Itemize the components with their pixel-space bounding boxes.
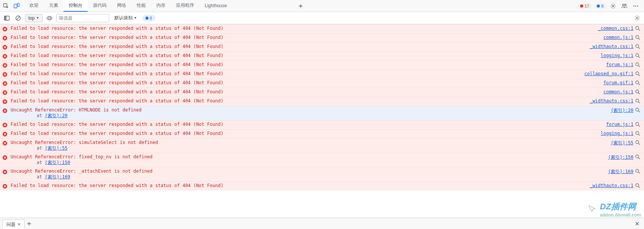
svg-point-25: [636, 72, 639, 75]
reveal-icon[interactable]: [635, 80, 642, 85]
log-level-selector[interactable]: 默认级别 ▼: [111, 14, 140, 22]
source-cell: _widthauto.css:1: [590, 44, 635, 49]
console-row: Failed to load resource: the server resp…: [0, 51, 644, 60]
console-row: Uncaught ReferenceError: HTMLNODE is not…: [0, 106, 644, 120]
sidebar-toggle-icon[interactable]: [2, 14, 11, 23]
source-cell: _widthauto.css:1: [590, 98, 635, 104]
console-output: Failed to load resource: the server resp…: [0, 24, 644, 218]
console-row: Failed to load resource: the server resp…: [0, 97, 644, 106]
source-link[interactable]: common.js:1: [604, 35, 633, 40]
stack-link[interactable]: (索引):150: [45, 160, 70, 165]
tab-3[interactable]: 源代码: [88, 0, 112, 12]
inspect-icon[interactable]: [2, 2, 11, 11]
source-link[interactable]: _widthauto.css:1: [590, 98, 633, 104]
drawer-tab-issues[interactable]: 问题 ×: [2, 220, 25, 229]
close-drawer-icon[interactable]: [633, 219, 642, 228]
reveal-icon[interactable]: [635, 122, 642, 127]
message-text: Failed to load resource: the server resp…: [8, 131, 601, 136]
reveal-icon[interactable]: [635, 154, 642, 159]
tab-0[interactable]: 欢迎: [24, 0, 44, 12]
info-count: 8: [601, 4, 604, 8]
reveal-icon[interactable]: [635, 71, 642, 76]
console-row: Failed to load resource: the server resp…: [0, 24, 644, 33]
svg-point-31: [636, 99, 639, 102]
svg-point-6: [633, 5, 635, 6]
error-count-badge[interactable]: 17: [578, 3, 592, 9]
reveal-icon[interactable]: [635, 35, 642, 40]
more-icon[interactable]: [631, 2, 640, 11]
add-drawer-tab-icon[interactable]: [25, 219, 34, 228]
tab-6[interactable]: 内存: [151, 0, 171, 12]
source-link[interactable]: _common.css:1: [598, 26, 633, 31]
reveal-icon[interactable]: [635, 131, 642, 136]
reveal-icon[interactable]: [635, 53, 642, 58]
source-link[interactable]: collapsed_no.gif:1: [584, 71, 633, 76]
close-icon[interactable]: ×: [18, 222, 20, 227]
source-link[interactable]: logging.js:1: [601, 53, 633, 58]
source-link[interactable]: (索引):169: [608, 169, 633, 174]
svg-point-41: [636, 155, 639, 158]
reveal-icon[interactable]: [635, 98, 642, 104]
settings-icon[interactable]: [608, 2, 618, 11]
console-row: Failed to load resource: the server resp…: [0, 129, 644, 138]
tab-2[interactable]: 控制台: [63, 0, 88, 12]
stack-link[interactable]: (索引):55: [45, 145, 68, 151]
source-link[interactable]: forum.js:1: [606, 62, 633, 67]
source-link[interactable]: logging.js:1: [601, 131, 633, 136]
live-expression-icon[interactable]: [45, 14, 54, 23]
source-link[interactable]: forum.js:1: [606, 122, 633, 127]
device-toggle-icon[interactable]: [12, 2, 21, 11]
source-link[interactable]: _widthauto.css:1: [590, 44, 633, 49]
source-link[interactable]: _widthauto.css:1: [590, 183, 633, 188]
drawer: 问题 ×: [0, 218, 644, 229]
stack-link[interactable]: (索引):169: [45, 174, 70, 179]
log-level-label: 默认级别: [114, 15, 133, 21]
info-count-badge[interactable]: 8: [594, 3, 606, 9]
tab-1[interactable]: 元素: [44, 0, 63, 12]
cursor-icon: [588, 204, 598, 214]
tab-5[interactable]: 性能: [131, 0, 151, 12]
reveal-icon[interactable]: [635, 62, 642, 67]
reveal-icon[interactable]: [635, 169, 642, 174]
source-link[interactable]: (索引):20: [611, 108, 633, 113]
reveal-icon[interactable]: [635, 89, 642, 94]
hidden-messages-pill[interactable]: 8: [142, 15, 155, 21]
svg-point-39: [636, 141, 639, 144]
tab-4[interactable]: 网络: [112, 0, 131, 12]
tab-7[interactable]: 应用程序: [171, 0, 199, 12]
console-row: Failed to load resource: the server resp…: [0, 88, 644, 97]
message-text: Failed to load resource: the server resp…: [8, 71, 584, 76]
reveal-icon[interactable]: [635, 140, 642, 145]
context-selector[interactable]: top ▼: [25, 14, 43, 22]
source-link[interactable]: (索引):55: [611, 140, 633, 145]
hidden-count: 8: [150, 16, 152, 20]
reveal-icon[interactable]: [635, 183, 642, 188]
chevron-down-icon: ▼: [134, 16, 137, 20]
clear-console-icon[interactable]: [14, 14, 23, 23]
filter-input[interactable]: [56, 14, 109, 22]
svg-point-27: [636, 81, 639, 84]
add-tab-icon[interactable]: [296, 2, 305, 11]
svg-point-19: [636, 45, 639, 48]
console-row: Failed to load resource: the server resp…: [0, 70, 644, 79]
source-link[interactable]: common.js:1: [604, 89, 633, 94]
account-icon[interactable]: [620, 2, 629, 11]
svg-point-13: [636, 17, 638, 19]
stack-link[interactable]: (索引):20: [45, 113, 68, 118]
source-link[interactable]: (索引):150: [608, 155, 633, 160]
reveal-icon[interactable]: [635, 44, 642, 49]
reveal-icon[interactable]: [635, 26, 642, 31]
console-row: Failed to load resource: the server resp…: [0, 120, 644, 129]
watermark: DZ插件网 addon.dismall.com: [588, 201, 641, 218]
console-row: Failed to load resource: the server resp…: [0, 60, 644, 70]
reveal-icon[interactable]: [635, 107, 642, 113]
tabbar-right: 17 8: [578, 2, 642, 11]
console-row: Uncaught ReferenceError: fixed_top_nv is…: [0, 153, 644, 167]
source-link[interactable]: forum.gif:1: [604, 80, 633, 85]
message-text: Uncaught ReferenceError: HTMLNODE is not…: [8, 107, 611, 119]
svg-point-7: [635, 5, 636, 6]
source-cell: collapsed_no.gif:1: [584, 71, 635, 76]
tab-8[interactable]: Lighthouse: [199, 0, 232, 12]
console-settings-icon[interactable]: [633, 14, 642, 23]
source-cell: (索引):55: [611, 140, 635, 146]
